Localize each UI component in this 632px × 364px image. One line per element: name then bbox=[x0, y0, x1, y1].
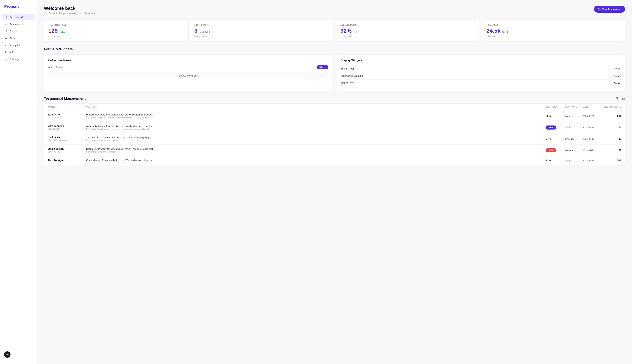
table-row[interactable]: Mike Johnson SoloFounder As an indie hac… bbox=[44, 122, 625, 133]
engagements-cell: 156 bbox=[604, 126, 621, 129]
filter-label: Filter bbox=[620, 97, 625, 100]
content-main: Game-changer for our marketing team! The… bbox=[86, 159, 160, 162]
stat-value-forms: 3 (2 pending) bbox=[194, 28, 328, 34]
new-testimonial-button[interactable]: New Testimonial bbox=[594, 6, 625, 13]
sidebar-item-analytics-label: Analytics bbox=[10, 44, 20, 47]
platform-text: Website bbox=[565, 115, 573, 118]
sentiment-badge: 65% bbox=[546, 148, 556, 152]
platform-text: Twitter bbox=[565, 159, 572, 162]
col-header-content: Content bbox=[86, 106, 546, 108]
sidebar-item-settings[interactable]: Settings bbox=[2, 56, 34, 62]
engagements-value: 432 bbox=[617, 138, 621, 140]
sidebar-item-dashboard-label: Dashboard bbox=[10, 16, 23, 18]
stat-card-total-testimonials: Total Testimonials 128 +14% vs. last mon… bbox=[44, 20, 187, 42]
platform-cell: Twitter bbox=[565, 126, 583, 129]
sidebar-bottom: ⚡ bbox=[0, 349, 37, 360]
sidebar-item-analytics[interactable]: Analytics bbox=[2, 42, 34, 48]
date-cell: 2024-02-20 bbox=[583, 114, 604, 118]
testimonial-mgmt-header: Testimonial Management Filter bbox=[44, 96, 625, 100]
widget-carousel[interactable]: Testimonial Carousel Active bbox=[340, 72, 620, 80]
stat-delta-sentiment: +5% bbox=[353, 30, 358, 33]
stat-number-forms: 3 bbox=[194, 28, 198, 34]
svg-point-6 bbox=[5, 37, 6, 38]
date-text: 2024-02-18 bbox=[583, 138, 594, 140]
main-content: Welcome back Here's what's happening wit… bbox=[37, 0, 632, 364]
message-square-icon bbox=[4, 22, 8, 26]
bolt-button[interactable]: ⚡ bbox=[4, 351, 10, 358]
sentiment-value: 95% bbox=[546, 114, 551, 118]
widget-social-proof[interactable]: Social Proof Active bbox=[340, 65, 620, 72]
code-icon bbox=[4, 50, 8, 54]
filter-button[interactable]: Filter bbox=[616, 97, 625, 100]
author-name: Mike Johnson bbox=[48, 124, 86, 128]
widget-wall-of-love-status: Active bbox=[614, 82, 620, 84]
content-main: Propsify has completely transformed how … bbox=[86, 114, 160, 116]
engagements-value: 234 bbox=[617, 114, 621, 118]
create-form-button[interactable]: Create New Form bbox=[48, 72, 328, 79]
sentiment-cell: 92% bbox=[546, 159, 565, 162]
stat-value-sentiment: 92% +5% bbox=[340, 28, 474, 34]
sentiment-cell: 95% bbox=[546, 114, 565, 118]
table-row[interactable]: Sarah Chen TechStart Inc Propsify has co… bbox=[44, 110, 625, 122]
widget-carousel-status: Active bbox=[614, 74, 620, 77]
stat-number-views: 24.5k bbox=[486, 28, 500, 34]
platform-text: Website bbox=[565, 149, 573, 152]
table-row[interactable]: Alex Rodriguez Game-changer for our mark… bbox=[44, 156, 625, 165]
engagements-value: 156 bbox=[617, 126, 621, 129]
col-header-author: Author bbox=[48, 106, 86, 108]
sentiment-value: 92% bbox=[546, 159, 551, 162]
users-icon bbox=[4, 36, 8, 40]
table-row[interactable]: David Park CloudTech Solutions The AI-po… bbox=[44, 133, 625, 144]
platform-cell: Linkedin bbox=[565, 137, 583, 140]
author-company: TechStart Inc bbox=[48, 116, 86, 119]
widget-wall-of-love-name: Wall of Love bbox=[340, 82, 354, 84]
content-cell: The AI-powered sentiment analysis and au… bbox=[86, 136, 546, 142]
sidebar-item-testimonials[interactable]: Testimonials bbox=[2, 21, 34, 28]
engagements-cell: 234 bbox=[604, 114, 621, 118]
collection-forms-title: Collection Forms bbox=[48, 59, 328, 62]
stat-label-views: Total Views bbox=[486, 24, 620, 26]
content-cell: Been using Propsify for a month now. Whi… bbox=[86, 148, 546, 153]
author-company: CloudTech Solutions bbox=[48, 139, 86, 142]
date-text: 2024-02-19 bbox=[583, 126, 594, 129]
table-row[interactable]: Emma Wilson DevTools Pro Been using Prop… bbox=[44, 144, 625, 156]
sidebar: Propsify Dashboard Testimonials Forms bbox=[0, 0, 37, 364]
engagements-cell: 567 bbox=[604, 159, 621, 162]
sidebar-item-forms[interactable]: Forms bbox=[2, 28, 34, 34]
date-cell: 2024-02-16 bbox=[583, 159, 604, 162]
sentiment-value: 97% bbox=[546, 138, 551, 140]
stat-note-views: this week bbox=[486, 35, 620, 38]
sidebar-item-team[interactable]: Team bbox=[2, 35, 34, 42]
sidebar-item-dashboard[interactable]: Dashboard bbox=[2, 14, 34, 20]
svg-point-10 bbox=[6, 59, 6, 60]
grid-icon bbox=[4, 16, 8, 18]
stat-value-total: 128 +14% bbox=[48, 28, 182, 34]
platform-cell: Website bbox=[565, 114, 583, 118]
content-cell: Propsify has completely transformed how … bbox=[86, 114, 546, 119]
collection-forms-card: Collection Forms Active Forms 3 Live Cre… bbox=[44, 54, 333, 91]
col-header-platform: Platform bbox=[565, 106, 583, 108]
stat-sub-forms: (2 pending) bbox=[199, 30, 211, 33]
author-name: David Park bbox=[48, 136, 86, 139]
date-text: 2024-02-16 bbox=[583, 159, 594, 162]
table-header: Author Content Sentiment Platform Date E… bbox=[44, 104, 625, 110]
content-main: As an indie hacker, Propsify gives me ex… bbox=[86, 125, 160, 128]
svg-rect-1 bbox=[6, 16, 7, 17]
widget-wall-of-love[interactable]: Wall of Love Active bbox=[340, 80, 620, 86]
sidebar-item-settings-label: Settings bbox=[10, 58, 19, 61]
sentiment-cell: 97% bbox=[546, 138, 565, 140]
author-cell: Mike Johnson SoloFounder bbox=[48, 124, 86, 130]
content-highlight: Highlighted: "completely transformed how… bbox=[86, 116, 160, 119]
svg-rect-2 bbox=[6, 17, 7, 18]
author-name: Alex Rodriguez bbox=[48, 159, 86, 162]
sentiment-cell: 65% bbox=[546, 148, 565, 152]
forms-widgets-title: Forms & Widgets bbox=[44, 47, 625, 51]
content-highlight: Highlighted: "exactly what I need - a si… bbox=[86, 128, 160, 130]
platform-cell: Website bbox=[565, 149, 583, 152]
stat-label-sentiment: Avg. Sentiment bbox=[340, 24, 474, 26]
sidebar-item-api[interactable]: API bbox=[2, 49, 34, 56]
testimonial-mgmt-title: Testimonial Management bbox=[44, 96, 86, 100]
svg-rect-0 bbox=[5, 16, 6, 17]
stat-delta-total: +14% bbox=[59, 30, 65, 33]
active-forms-label: Active Forms bbox=[48, 66, 63, 68]
